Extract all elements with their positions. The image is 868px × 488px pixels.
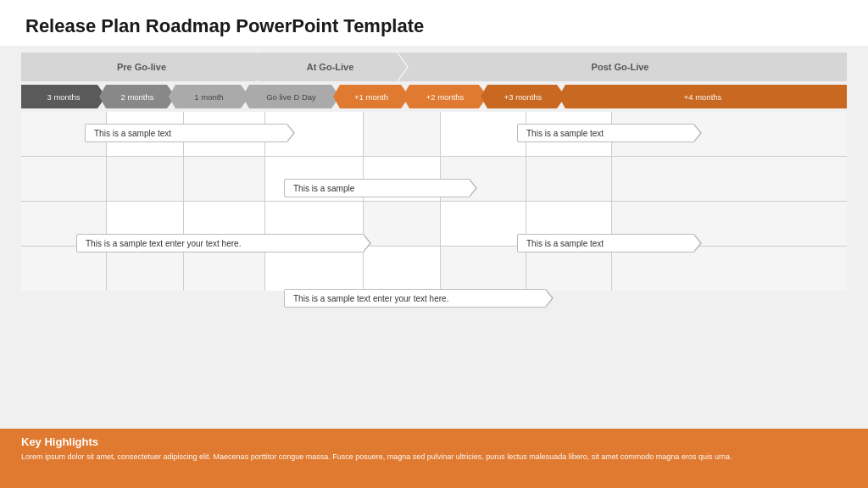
cell-r2c1 (107, 202, 183, 246)
cell-r1c4 (364, 157, 440, 201)
cell-r3c3 (265, 247, 363, 291)
cell-r2c7 (612, 202, 847, 246)
cell-r3c5 (441, 247, 526, 291)
cell-r0c1 (107, 112, 183, 156)
label-r3-mid[interactable]: This is a sample text enter your text he… (284, 289, 547, 308)
cell-r0c7 (612, 112, 847, 156)
cell-r1c5 (441, 157, 526, 201)
cell-r0c5 (441, 112, 526, 156)
footer: Key Highlights Lorem ipsum dolor sit ame… (0, 429, 868, 488)
cell-r2c2 (184, 202, 264, 246)
timeline-golive: Go live D Day (242, 85, 340, 108)
cell-r3c4 (364, 247, 440, 291)
cell-r3c1 (107, 247, 183, 291)
phase-post: Post Go-Live (398, 53, 847, 81)
timeline-1month: 1 month (169, 85, 249, 108)
title-bar: Release Plan Roadmap PowerPoint Template (0, 0, 868, 46)
page-title: Release Plan Roadmap PowerPoint Template (25, 15, 843, 37)
cell-r1c7 (612, 157, 847, 201)
cell-r2c4 (364, 202, 440, 246)
timeline-row: 3 months 2 months 1 month Go live D Day … (21, 85, 847, 108)
main-content: Pre Go-live At Go-Live Post Go-Live 3 mo… (0, 46, 868, 429)
cell-r0c6 (526, 112, 611, 156)
cell-r2c3 (265, 202, 363, 246)
cell-r3c6 (526, 247, 611, 291)
page-wrapper: Release Plan Roadmap PowerPoint Template… (0, 0, 868, 488)
phase-header: Pre Go-live At Go-Live Post Go-Live (21, 53, 847, 81)
timeline-plus4: +4 months (559, 85, 847, 108)
cell-r1c0 (21, 157, 106, 201)
cell-r1c3 (265, 157, 363, 201)
cell-r1c6 (526, 157, 611, 201)
cell-r0c0 (21, 112, 106, 156)
timeline-2months: 2 months (99, 85, 175, 108)
timeline-3months: 3 months (21, 85, 106, 108)
cell-r1c1 (107, 157, 183, 201)
cell-r2c5 (441, 202, 526, 246)
phase-at: At Go-Live (259, 53, 407, 81)
phase-pre: Pre Go-live (21, 53, 267, 81)
cell-r2c0 (21, 202, 106, 246)
cell-r2c6 (526, 202, 611, 246)
timeline-plus2: +2 months (403, 85, 487, 108)
footer-body: Lorem ipsum dolor sit amet, consectetuer… (21, 452, 847, 463)
timeline-plus3: +3 months (481, 85, 565, 108)
cell-r3c0 (21, 247, 106, 291)
cell-r0c4 (364, 112, 440, 156)
cell-r0c3 (265, 112, 363, 156)
cell-r3c7 (612, 247, 847, 291)
timeline-plus1: +1 month (333, 85, 409, 108)
cell-r1c2 (184, 157, 264, 201)
grid-area: This is a sample text This is a sample t… (21, 112, 847, 424)
cell-r0c2 (184, 112, 264, 156)
data-grid (21, 112, 847, 291)
cell-r3c2 (184, 247, 264, 291)
footer-title: Key Highlights (21, 435, 847, 448)
